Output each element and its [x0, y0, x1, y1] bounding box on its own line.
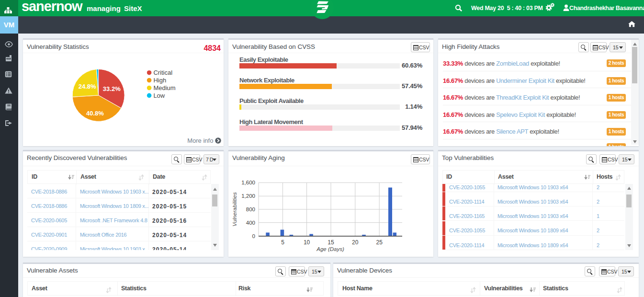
svg-text:5: 5: [281, 239, 284, 246]
svg-text:1,200: 1,200: [241, 193, 255, 199]
svg-text:10: 10: [304, 239, 310, 246]
svg-text:24.8%: 24.8%: [79, 83, 96, 90]
svg-text:800: 800: [246, 206, 255, 212]
svg-text:High: High: [153, 77, 166, 84]
svg-text:400: 400: [246, 220, 255, 226]
svg-text:Age (Days): Age (Days): [316, 246, 344, 252]
svg-text:20: 20: [352, 239, 359, 246]
svg-text:15: 15: [328, 239, 334, 246]
svg-text:33.2%: 33.2%: [103, 85, 121, 92]
svg-text:Vulnerabilities: Vulnerabilities: [232, 192, 237, 227]
svg-text:0: 0: [252, 233, 255, 239]
svg-text:Medium: Medium: [153, 84, 175, 91]
svg-text:1,600: 1,600: [241, 180, 255, 185]
svg-text:Critical: Critical: [153, 69, 172, 76]
svg-text:40.8%: 40.8%: [86, 110, 104, 117]
svg-text:Low: Low: [153, 92, 165, 99]
svg-text:25: 25: [376, 239, 383, 246]
